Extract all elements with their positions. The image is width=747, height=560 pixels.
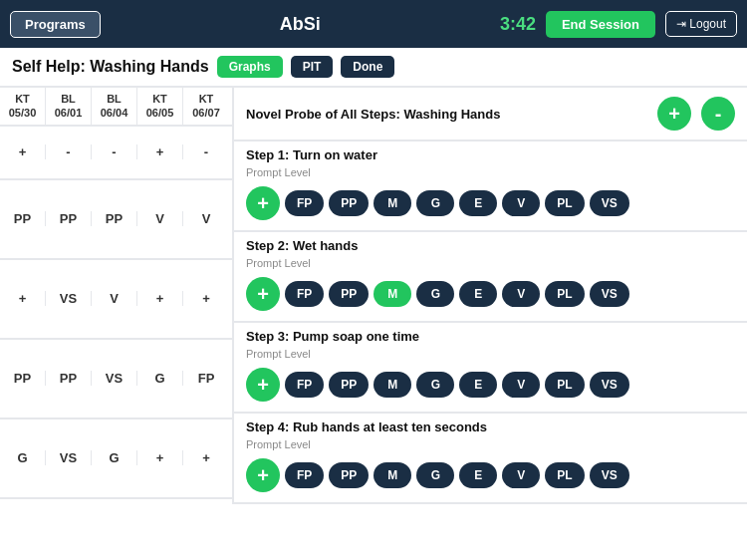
- step3-title: Step 3: Pump soap one time: [234, 323, 747, 346]
- novel-cell-4: -: [183, 144, 229, 159]
- step1-cell-3: V: [137, 211, 183, 226]
- step3-m-button[interactable]: M: [374, 372, 411, 398]
- step1-plus-button[interactable]: +: [246, 186, 280, 220]
- step4-pl-button[interactable]: PL: [545, 462, 584, 488]
- col-header-3: KT06/05: [137, 88, 183, 125]
- step2-prompt-buttons: + FP PP M G E V PL VS: [234, 271, 747, 321]
- step2-m-button[interactable]: M: [374, 281, 411, 307]
- top-right-controls: 3:42 End Session ⇥ Logout: [500, 11, 737, 38]
- novel-minus-button[interactable]: -: [701, 97, 735, 131]
- step1-cell-2: PP: [92, 211, 137, 226]
- step3-v-button[interactable]: V: [502, 372, 540, 398]
- step4-g-button[interactable]: G: [416, 462, 454, 488]
- step3-fp-button[interactable]: FP: [285, 372, 324, 398]
- pit-button[interactable]: PIT: [291, 56, 334, 78]
- step2-v-button[interactable]: V: [502, 281, 540, 307]
- step2-fp-button[interactable]: FP: [285, 281, 324, 307]
- step1-e-button[interactable]: E: [459, 190, 497, 216]
- step2-plus-button[interactable]: +: [246, 277, 280, 311]
- step4-cell-1: VS: [46, 450, 92, 465]
- step4-pp-button[interactable]: PP: [329, 462, 369, 488]
- step3-pl-button[interactable]: PL: [545, 372, 584, 398]
- programs-button[interactable]: Programs: [10, 11, 101, 38]
- step3-plus-button[interactable]: +: [246, 368, 280, 402]
- col-header-1: BL06/01: [46, 88, 92, 125]
- col-header-4: KT06/07: [183, 88, 229, 125]
- step4-vs-button[interactable]: VS: [590, 462, 629, 488]
- step2-cell-4: +: [183, 291, 229, 306]
- step2-cell-3: +: [137, 291, 183, 306]
- step1-vs-button[interactable]: VS: [590, 190, 629, 216]
- step3-prompt-buttons: + FP PP M G E V PL VS: [234, 362, 747, 412]
- logout-button[interactable]: ⇥ Logout: [665, 11, 737, 37]
- step2-title: Step 2: Wet hands: [234, 232, 747, 255]
- step1-m-button[interactable]: M: [374, 190, 411, 216]
- step2-vs-button[interactable]: VS: [590, 281, 629, 307]
- step3-cell-4: FP: [183, 371, 229, 386]
- step4-fp-button[interactable]: FP: [285, 462, 324, 488]
- novel-cell-1: -: [46, 144, 92, 159]
- end-session-button[interactable]: End Session: [546, 11, 655, 38]
- novel-cell-2: -: [92, 144, 137, 159]
- step3-cell-3: G: [137, 371, 183, 386]
- graphs-button[interactable]: Graphs: [217, 56, 283, 78]
- novel-probe-row: Novel Probe of All Steps: Washing Hands …: [234, 88, 747, 141]
- novel-probe-title: Novel Probe of All Steps: Washing Hands: [246, 107, 647, 122]
- step1-section: Step 1: Turn on water Prompt Level + FP …: [234, 141, 747, 232]
- step4-cell-2: G: [92, 450, 137, 465]
- step4-section: Step 4: Rub hands at least ten seconds P…: [234, 414, 747, 504]
- step1-title: Step 1: Turn on water: [234, 141, 747, 164]
- col-header-2: BL06/04: [92, 88, 137, 125]
- step3-cell-2: VS: [92, 371, 137, 386]
- column-headers: KT05/30 BL06/01 BL06/04 KT06/05 KT06/07: [0, 88, 232, 127]
- step1-pp-button[interactable]: PP: [329, 190, 369, 216]
- step3-cell-1: PP: [46, 371, 92, 386]
- page-title: Self Help: Washing Hands: [12, 58, 209, 76]
- step2-pl-button[interactable]: PL: [545, 281, 584, 307]
- time-display: 3:42: [500, 14, 536, 35]
- step1-g-button[interactable]: G: [416, 190, 454, 216]
- step1-pl-button[interactable]: PL: [545, 190, 584, 216]
- sub-bar: Self Help: Washing Hands Graphs PIT Done: [0, 48, 747, 88]
- step4-plus-button[interactable]: +: [246, 458, 280, 492]
- step3-cell-0: PP: [0, 371, 46, 386]
- top-bar: Programs AbSi 3:42 End Session ⇥ Logout: [0, 0, 747, 48]
- step3-data-row: PP PP VS G FP: [0, 340, 232, 420]
- novel-probe-data-row: + - - + -: [0, 127, 232, 180]
- step1-cell-0: PP: [0, 211, 46, 226]
- col-header-0: KT05/30: [0, 88, 46, 125]
- step4-title: Step 4: Rub hands at least ten seconds: [234, 414, 747, 436]
- step4-cell-3: +: [137, 450, 183, 465]
- right-panel: Novel Probe of All Steps: Washing Hands …: [234, 88, 747, 504]
- step3-g-button[interactable]: G: [416, 372, 454, 398]
- novel-plus-button[interactable]: +: [657, 97, 691, 131]
- step4-prompt-label: Prompt Level: [234, 436, 747, 452]
- step1-cell-4: V: [183, 211, 229, 226]
- step1-prompt-buttons: + FP PP M G E V PL VS: [234, 180, 747, 230]
- step2-cell-2: V: [92, 291, 137, 306]
- novel-cell-3: +: [137, 144, 183, 159]
- step4-v-button[interactable]: V: [502, 462, 540, 488]
- step2-cell-0: +: [0, 291, 46, 306]
- step2-cell-1: VS: [46, 291, 92, 306]
- step4-prompt-buttons: + FP PP M G E V PL VS: [234, 452, 747, 502]
- done-button[interactable]: Done: [341, 56, 394, 78]
- step3-e-button[interactable]: E: [459, 372, 497, 398]
- step4-cell-4: +: [183, 450, 229, 465]
- step2-g-button[interactable]: G: [416, 281, 454, 307]
- step4-m-button[interactable]: M: [374, 462, 411, 488]
- step2-e-button[interactable]: E: [459, 281, 497, 307]
- step2-data-row: + VS V + +: [0, 260, 232, 340]
- step2-prompt-label: Prompt Level: [234, 255, 747, 271]
- step4-data-row: G VS G + +: [0, 420, 232, 499]
- step1-prompt-label: Prompt Level: [234, 164, 747, 180]
- step1-fp-button[interactable]: FP: [285, 190, 324, 216]
- step4-e-button[interactable]: E: [459, 462, 497, 488]
- step1-v-button[interactable]: V: [502, 190, 540, 216]
- step3-pp-button[interactable]: PP: [329, 372, 369, 398]
- step2-pp-button[interactable]: PP: [329, 281, 369, 307]
- step3-vs-button[interactable]: VS: [590, 372, 629, 398]
- main-content: KT05/30 BL06/01 BL06/04 KT06/05 KT06/07 …: [0, 88, 747, 504]
- left-columns: KT05/30 BL06/01 BL06/04 KT06/05 KT06/07 …: [0, 88, 234, 504]
- step1-data-row: PP PP PP V V: [0, 180, 232, 260]
